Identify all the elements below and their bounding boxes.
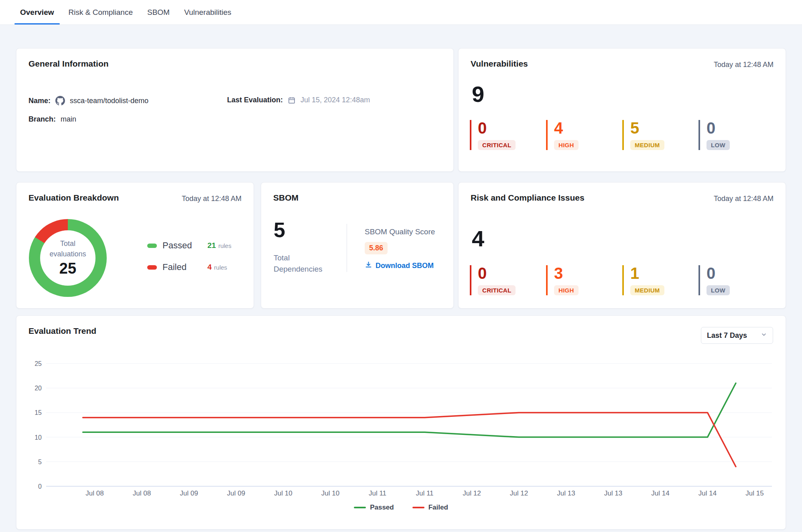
card-title: General Information — [28, 59, 109, 69]
trend-legend-passed: Passed — [354, 504, 394, 512]
evaluation-breakdown-card: Evaluation Breakdown Today at 12:48 AM T… — [16, 182, 254, 309]
x-tick-label: Jul 09 — [227, 489, 245, 497]
y-tick-label: 25 — [35, 360, 42, 367]
tab-overview[interactable]: Overview — [13, 0, 61, 24]
severity-row: 0 CRITICAL 3 HIGH 1 MEDIUM 0 LOW — [470, 265, 775, 295]
last-evaluation-row: Last Evaluation: Jul 15, 2024 12:48am — [227, 96, 370, 104]
github-icon — [55, 96, 65, 106]
total-dependencies-label: Total Dependencies — [274, 252, 322, 274]
x-tick-label: Jul 09 — [180, 489, 198, 497]
tab-bar: Overview Risk & Compliance SBOM Vulnerab… — [0, 0, 802, 25]
branch-value: main — [61, 115, 76, 124]
failed-line-swatch-icon — [412, 507, 424, 508]
card-title: SBOM — [273, 193, 298, 203]
severity-medium: 1 MEDIUM — [622, 265, 698, 295]
last-evaluation-value: Jul 15, 2024 12:48am — [300, 96, 370, 104]
severity-low: 0 LOW — [698, 265, 775, 295]
failed-value: 4 — [207, 263, 212, 272]
vulnerabilities-total: 9 — [472, 83, 484, 106]
chevron-down-icon — [761, 331, 767, 339]
x-tick-label: Jul 14 — [698, 489, 717, 497]
evaluations-donut-chart: Total evaluations 25 — [29, 219, 107, 297]
sbom-quality-section: SBOM Quality Score 5.86 Download SBOM — [365, 227, 435, 270]
passed-unit: rules — [218, 242, 231, 249]
severity-low-count: 0 — [707, 120, 775, 136]
x-tick-label: Jul 11 — [416, 489, 433, 497]
dashboard-page: Overview Risk & Compliance SBOM Vulnerab… — [0, 0, 802, 532]
severity-critical-badge: CRITICAL — [478, 140, 516, 150]
donut-center-label: Total evaluations — [49, 239, 86, 259]
x-tick-label: Jul 15 — [745, 489, 763, 497]
trend-line-passed — [83, 383, 736, 437]
card-title: Evaluation Trend — [28, 326, 96, 336]
x-tick-label: Jul 10 — [274, 489, 292, 497]
trend-legend-label: Failed — [428, 504, 448, 512]
passed-swatch-icon — [147, 244, 157, 248]
donut-total: 25 — [59, 260, 76, 277]
legend-passed-row: Passed 21 rules — [147, 240, 231, 252]
x-tick-label: Jul 11 — [369, 489, 386, 497]
y-tick-label: 5 — [38, 459, 42, 465]
divider — [347, 224, 347, 272]
vulnerabilities-card: Vulnerabilities Today at 12:48 AM 9 0 CR… — [458, 48, 786, 172]
failed-swatch-icon — [147, 265, 157, 270]
card-title: Evaluation Breakdown — [28, 193, 119, 203]
tab-vulnerabilities[interactable]: Vulnerabilities — [177, 0, 239, 24]
trend-legend: PassedFailed — [16, 504, 786, 512]
timestamp: Today at 12:48 AM — [714, 61, 774, 69]
x-tick-label: Jul 12 — [463, 489, 481, 497]
tab-vulnerabilities-label: Vulnerabilities — [184, 8, 231, 17]
time-range-value: Last 7 Days — [707, 331, 747, 340]
x-tick-label: Jul 12 — [510, 489, 528, 497]
tab-overview-label: Overview — [20, 8, 54, 17]
severity-high-badge: HIGH — [554, 140, 579, 150]
card-title: Risk and Compliance Issues — [471, 193, 585, 203]
severity-low-badge: LOW — [707, 140, 730, 150]
sbom-card: SBOM 5 Total Dependencies SBOM Quality S… — [261, 182, 454, 309]
name-label: Name: — [28, 97, 51, 105]
failed-unit: rules — [214, 264, 227, 271]
tab-risk-compliance[interactable]: Risk & Compliance — [61, 0, 140, 24]
trend-line-failed — [83, 412, 736, 467]
passed-line-swatch-icon — [354, 507, 366, 508]
tab-risk-compliance-label: Risk & Compliance — [69, 8, 133, 17]
y-tick-label: 0 — [38, 483, 42, 490]
severity-high: 4 HIGH — [546, 120, 622, 150]
evaluation-trend-chart: 0510152025Jul 08Jul 08Jul 09Jul 09Jul 10… — [24, 356, 775, 500]
x-tick-label: Jul 10 — [321, 489, 339, 497]
severity-medium-count: 1 — [630, 265, 698, 281]
tab-sbom[interactable]: SBOM — [140, 0, 177, 24]
x-tick-label: Jul 08 — [133, 489, 151, 497]
repo-name-value: ssca-team/todolist-demo — [70, 97, 148, 105]
severity-critical: 0 CRITICAL — [470, 120, 546, 150]
risk-compliance-card: Risk and Compliance Issues Today at 12:4… — [458, 182, 786, 309]
general-information-card: General Information Name: ssca-team/todo… — [16, 48, 454, 172]
x-tick-label: Jul 13 — [557, 489, 575, 497]
severity-critical-count: 0 — [478, 120, 546, 136]
severity-critical-count: 0 — [478, 265, 546, 281]
severity-medium: 5 MEDIUM — [622, 120, 698, 150]
severity-high-count: 3 — [554, 265, 622, 281]
total-dependencies-count: 5 — [274, 219, 285, 240]
y-tick-label: 15 — [35, 409, 42, 416]
branch-label: Branch: — [28, 115, 56, 124]
x-tick-label: Jul 08 — [85, 489, 104, 497]
donut-center: Total evaluations 25 — [40, 230, 95, 286]
severity-low-badge: LOW — [707, 285, 730, 295]
legend-failed-row: Failed 4 rules — [147, 261, 231, 273]
severity-medium-count: 5 — [630, 120, 698, 136]
evaluation-trend-card: Evaluation Trend Last 7 Days 0510152025J… — [16, 315, 786, 530]
download-sbom-link[interactable]: Download SBOM — [365, 261, 435, 270]
severity-high-count: 4 — [554, 120, 622, 136]
severity-low: 0 LOW — [698, 120, 775, 150]
download-icon — [365, 261, 372, 270]
breakdown-legend: Passed 21 rules Failed 4 rules — [147, 240, 231, 283]
timestamp: Today at 12:48 AM — [714, 195, 774, 203]
failed-label: Failed — [162, 262, 207, 272]
y-tick-label: 10 — [35, 434, 42, 441]
branch-row: Branch: main — [28, 115, 76, 124]
severity-row: 0 CRITICAL 4 HIGH 5 MEDIUM 0 LOW — [470, 120, 775, 150]
download-sbom-label: Download SBOM — [376, 262, 434, 270]
passed-value: 21 — [207, 241, 216, 250]
time-range-dropdown[interactable]: Last 7 Days — [701, 327, 773, 344]
